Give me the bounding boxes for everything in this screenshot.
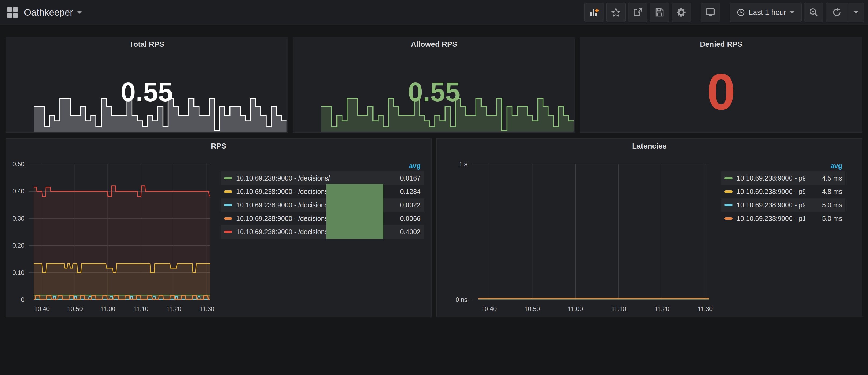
series-avg-value: 4.5 ms: [805, 174, 842, 182]
legend-row[interactable]: 10.10.69.238:9000 - /decisions/0.4002: [221, 225, 424, 239]
series-avg-value: 5.0 ms: [805, 201, 842, 209]
series-avg-value: 5.0 ms: [805, 215, 842, 222]
series-color-dash: [224, 177, 232, 180]
svg-text:11:10: 11:10: [133, 306, 148, 312]
zoom-out-button[interactable]: [804, 3, 824, 22]
refresh-split-button: [826, 3, 864, 22]
panel-title[interactable]: RPS: [6, 142, 431, 150]
panel-denied-rps: Denied RPS 0: [580, 36, 862, 133]
legend-row[interactable]: 10.10.69.238:9000 - p995.0 ms: [721, 198, 845, 212]
series-avg-value: 0.4002: [383, 228, 421, 236]
svg-text:11:30: 11:30: [698, 306, 713, 312]
panel-title[interactable]: Latencies: [437, 142, 862, 150]
share-icon: [633, 7, 643, 17]
legend-overlay-box: [326, 184, 383, 239]
clock-icon: [737, 8, 745, 17]
stat-value: 0: [580, 57, 862, 127]
stat-value: 0.55: [293, 76, 575, 108]
series-color-dash: [224, 204, 232, 206]
svg-text:0.50: 0.50: [12, 161, 25, 168]
series-name: 10.10.69.238:9000 - p90: [737, 174, 805, 182]
svg-text:0.30: 0.30: [12, 215, 25, 222]
svg-text:11:00: 11:00: [568, 306, 583, 312]
panel-title[interactable]: Allowed RPS: [293, 40, 575, 49]
svg-text:0.20: 0.20: [12, 242, 25, 249]
panel-title[interactable]: Denied RPS: [580, 40, 862, 49]
latencies-chart: 1 s0 ns10:4010:5011:0011:1011:2011:30: [442, 159, 713, 316]
add-panel-button[interactable]: [585, 3, 604, 22]
rps-chart: 0.500.400.300.200.10010:4010:5011:0011:1…: [11, 159, 216, 316]
star-icon: [611, 7, 621, 17]
series-color-dash: [724, 217, 733, 220]
series-color-dash: [224, 190, 232, 193]
share-button[interactable]: [628, 3, 647, 22]
svg-text:11:20: 11:20: [166, 306, 181, 312]
svg-text:10:40: 10:40: [481, 306, 497, 312]
series-name: 10.10.69.238:9000 - p99: [737, 201, 805, 209]
svg-text:0 ns: 0 ns: [456, 296, 467, 303]
series-name: 10.10.69.238:9000 - /decisions/: [236, 174, 383, 182]
chevron-down-icon: [854, 11, 858, 14]
panel-total-rps: Total RPS 0.55: [6, 36, 288, 133]
series-avg-value: 4.8 ms: [805, 188, 842, 195]
panel-title[interactable]: Total RPS: [6, 40, 288, 49]
chevron-down-icon: [78, 11, 82, 14]
legend-avg-header: avg: [221, 160, 424, 171]
legend-row[interactable]: 10.10.69.238:9000 - p904.5 ms: [721, 171, 845, 185]
legend-row[interactable]: 10.10.69.238:9000 - /decisions/0.0066: [221, 212, 424, 225]
toolbar: Last 1 hour: [585, 3, 864, 22]
svg-text:0.40: 0.40: [12, 188, 25, 195]
latencies-legend: avg10.10.69.238:9000 - p904.5 ms10.10.69…: [721, 160, 845, 225]
series-color-dash: [724, 204, 733, 206]
series-avg-value: 0.1284: [383, 188, 421, 195]
series-avg-value: 0.0022: [383, 201, 421, 209]
svg-text:10:50: 10:50: [524, 306, 540, 312]
svg-text:11:00: 11:00: [100, 306, 116, 312]
svg-text:0.10: 0.10: [12, 269, 25, 276]
top-nav: Oathkeeper: [0, 0, 868, 25]
chevron-down-icon: [790, 11, 794, 14]
panel-latencies-graph: Latencies 1 s0 ns10:4010:5011:0011:1011:…: [436, 138, 862, 317]
series-color-dash: [224, 231, 232, 233]
svg-text:11:10: 11:10: [611, 306, 626, 312]
legend-row[interactable]: 10.10.69.238:9000 - /decisions/0.1284: [221, 185, 424, 198]
monitor-icon: [705, 7, 715, 18]
series-name: 10.10.69.238:9000 - p95: [737, 188, 805, 195]
stat-value: 0.55: [6, 76, 288, 108]
save-icon: [655, 7, 664, 17]
svg-text:10:40: 10:40: [34, 306, 50, 312]
svg-text:0: 0: [21, 296, 25, 303]
series-avg-value: 0.0066: [383, 215, 421, 222]
rps-legend: avg10.10.69.238:9000 - /decisions/0.0167…: [221, 160, 424, 239]
svg-text:11:20: 11:20: [654, 306, 670, 312]
series-color-dash: [224, 217, 232, 220]
legend-row[interactable]: 10.10.69.238:9000 - p954.8 ms: [721, 185, 845, 198]
settings-button[interactable]: [672, 3, 691, 22]
panel-allowed-rps: Allowed RPS 0.55: [293, 36, 575, 133]
svg-text:11:30: 11:30: [199, 306, 214, 312]
legend-avg-header: avg: [721, 160, 845, 171]
cycle-view-button[interactable]: [701, 3, 720, 22]
refresh-icon: [832, 7, 842, 17]
series-color-dash: [724, 190, 733, 193]
svg-text:1 s: 1 s: [459, 161, 467, 168]
series-name: 10.10.69.238:9000 - p100: [737, 215, 805, 222]
dashboard-title: Oathkeeper: [24, 7, 73, 18]
time-range-label: Last 1 hour: [749, 8, 786, 17]
gear-icon: [676, 7, 686, 18]
series-avg-value: 0.0167: [383, 174, 421, 182]
refresh-interval-dropdown[interactable]: [847, 3, 864, 22]
time-picker-button[interactable]: Last 1 hour: [730, 3, 802, 22]
legend-row[interactable]: 10.10.69.238:9000 - /decisions/0.0022: [221, 198, 424, 212]
legend-row[interactable]: 10.10.69.238:9000 - /decisions/0.0167: [221, 171, 424, 185]
series-color-dash: [724, 177, 733, 180]
dashboard-grid-icon[interactable]: [7, 7, 18, 18]
star-button[interactable]: [606, 3, 626, 22]
legend-row[interactable]: 10.10.69.238:9000 - p1005.0 ms: [721, 212, 845, 225]
refresh-button[interactable]: [826, 3, 847, 22]
add-panel-icon: [589, 7, 599, 18]
panel-rps-graph: RPS 0.500.400.300.200.10010:4010:5011:00…: [6, 138, 432, 317]
zoom-out-icon: [809, 7, 819, 18]
dashboard-title-dropdown[interactable]: Oathkeeper: [24, 7, 82, 18]
save-button[interactable]: [650, 3, 669, 22]
